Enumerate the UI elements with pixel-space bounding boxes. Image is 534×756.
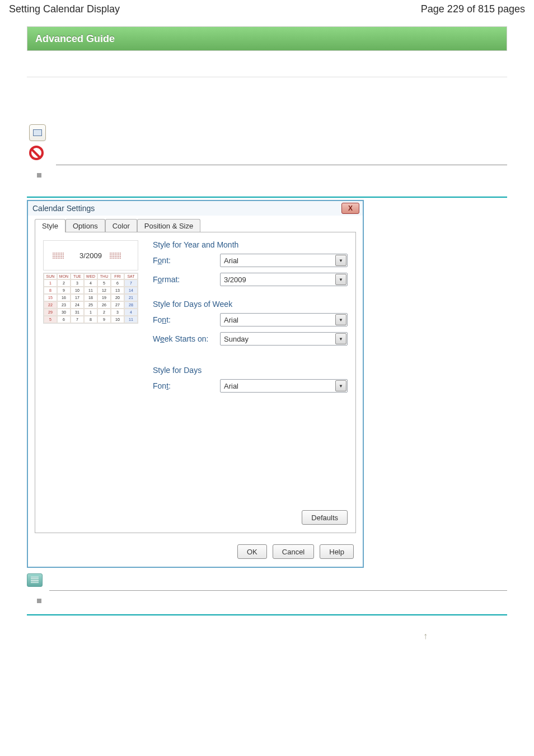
chevron-down-icon: ▼	[335, 380, 346, 391]
dialog-title: Calendar Settings	[32, 204, 95, 213]
page-info: Page 229 of 815 pages	[421, 3, 525, 15]
page-title: Setting Calendar Display	[9, 3, 120, 15]
calendar-settings-dialog: Calendar Settings X Style Options Color …	[27, 200, 364, 568]
tab-style[interactable]: Style	[35, 219, 65, 232]
chevron-down-icon: ▼	[335, 255, 346, 266]
chevron-down-icon: ▼	[335, 333, 346, 344]
format-label: Format:	[153, 275, 220, 284]
section-days-of-week: Style for Days of Week	[153, 300, 348, 309]
week-starts-dropdown[interactable]: Sunday▼	[220, 332, 348, 346]
section-days: Style for Days	[153, 366, 348, 375]
tab-position-size[interactable]: Position & Size	[137, 219, 200, 232]
font-dow-dropdown[interactable]: Arial▼	[220, 313, 348, 326]
section-year-month: Style for Year and Month	[153, 240, 348, 249]
week-starts-label: Week Starts on:	[153, 334, 220, 343]
divider	[56, 165, 507, 165]
divider	[27, 614, 507, 615]
defaults-button[interactable]: Defaults	[302, 510, 348, 525]
printer-icon	[29, 124, 46, 141]
divider	[27, 197, 507, 198]
font-label: Font:	[153, 381, 220, 390]
format-dropdown[interactable]: 3/2009▼	[220, 273, 348, 286]
preview-month-year: 3/2009	[79, 251, 102, 260]
font-days-dropdown[interactable]: Arial▼	[220, 379, 348, 393]
help-button[interactable]: Help	[320, 544, 354, 559]
font-label: Font:	[153, 256, 220, 265]
chevron-down-icon: ▼	[335, 274, 346, 285]
ok-button[interactable]: OK	[237, 544, 267, 559]
close-button[interactable]: X	[341, 203, 359, 214]
bullet-icon	[37, 599, 41, 603]
divider	[27, 77, 507, 77]
font-label: Font:	[153, 315, 220, 324]
note-icon	[27, 573, 43, 587]
tab-options[interactable]: Options	[65, 219, 105, 232]
calendar-preview: 3/2009 SUNMONTUEWEDTHUFRISAT 12345678910…	[43, 240, 138, 398]
cancel-button[interactable]: Cancel	[273, 544, 314, 559]
bullet-icon	[37, 173, 41, 178]
tab-color[interactable]: Color	[105, 219, 137, 232]
divider	[49, 590, 507, 591]
prohibit-icon	[29, 146, 44, 160]
guide-bar: Advanced Guide	[27, 26, 507, 51]
font-ym-dropdown[interactable]: Arial▼	[220, 254, 348, 267]
chevron-down-icon: ▼	[335, 314, 346, 325]
page-top-icon[interactable]: ↑	[423, 631, 428, 641]
